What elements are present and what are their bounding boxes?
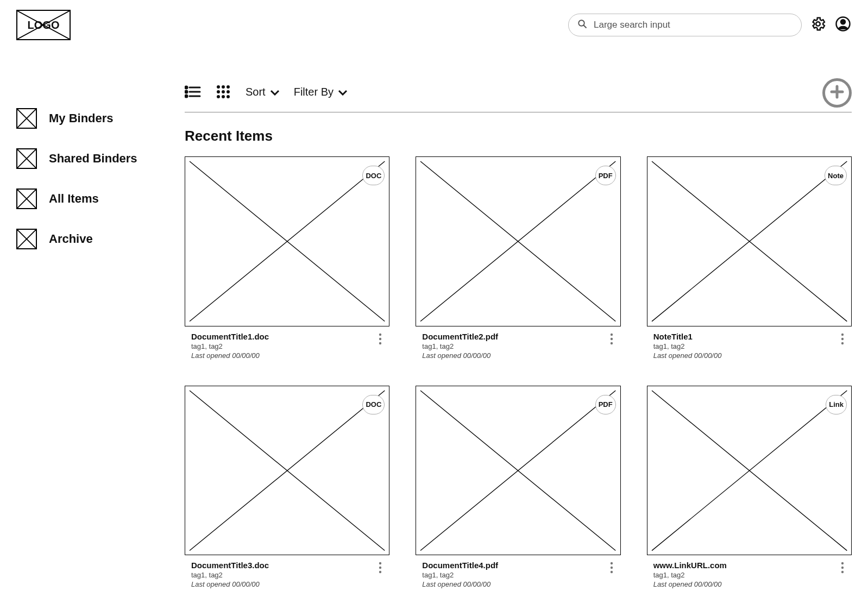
sidebar-item-label: Shared Binders [49,152,137,166]
placeholder-icon [16,188,37,209]
grid-icon [215,85,231,99]
item-menu-button[interactable] [841,561,851,574]
item-title: DocumentTitle1.doc [191,332,374,341]
svg-point-24 [222,90,225,93]
svg-point-59 [841,567,844,569]
kebab-icon [379,562,388,574]
svg-point-54 [610,567,612,569]
placeholder-icon [16,108,37,129]
kebab-icon [841,333,851,345]
kebab-icon [610,562,620,574]
item-card[interactable]: DOC DocumentTitle3.doc tag1, tag2 Last o… [185,386,389,589]
sidebar-item-label: All Items [49,192,99,206]
item-card[interactable]: Link www.LinkURL.com tag1, tag2 Last ope… [647,386,852,589]
sidebar-item-shared-binders[interactable]: Shared Binders [16,148,185,169]
item-tags: tag1, tag2 [191,571,374,579]
svg-point-5 [841,20,845,24]
item-menu-button[interactable] [841,332,851,345]
item-tags: tag1, tag2 [653,571,836,579]
item-last-opened: Last opened 00/00/00 [653,580,836,588]
item-title: www.LinkURL.com [653,561,836,570]
placeholder-icon [16,148,37,169]
add-button[interactable] [822,78,852,108]
kebab-icon [841,562,851,574]
svg-point-49 [379,567,381,569]
filter-label: Filter By [294,86,334,98]
plus-icon [829,84,845,102]
item-title: NoteTitle1 [653,332,836,341]
item-card[interactable]: Note NoteTitle1 tag1, tag2 Last opened 0… [647,156,852,360]
svg-point-23 [217,90,220,93]
svg-point-39 [610,337,612,340]
item-last-opened: Last opened 00/00/00 [191,351,374,360]
svg-point-44 [841,337,844,340]
search-input[interactable] [594,20,792,30]
item-menu-button[interactable] [610,332,620,345]
item-thumbnail[interactable]: Note [647,156,852,326]
svg-point-21 [222,85,225,89]
sort-dropdown[interactable]: Sort [246,86,280,98]
item-card[interactable]: PDF DocumentTitle4.pdf tag1, tag2 Last o… [416,386,620,589]
item-tags: tag1, tag2 [422,342,605,350]
svg-point-34 [379,337,381,340]
sidebar-item-archive[interactable]: Archive [16,229,185,249]
type-badge: Note [825,166,847,185]
type-badge: DOC [362,395,385,414]
type-badge: Link [826,395,847,414]
type-badge: DOC [362,166,385,185]
item-menu-button[interactable] [379,332,388,345]
svg-point-14 [185,86,187,89]
list-icon [185,85,201,99]
item-last-opened: Last opened 00/00/00 [191,580,374,588]
sidebar-item-my-binders[interactable]: My Binders [16,108,185,129]
svg-point-20 [217,85,220,89]
item-tags: tag1, tag2 [191,342,374,350]
item-thumbnail[interactable]: DOC [185,156,389,326]
kebab-icon [610,333,620,345]
svg-point-43 [841,333,844,335]
search-input-container[interactable] [568,14,802,36]
item-thumbnail[interactable]: DOC [185,386,389,556]
item-last-opened: Last opened 00/00/00 [422,351,605,360]
svg-point-27 [222,95,225,98]
svg-point-2 [578,20,584,26]
svg-point-38 [610,333,612,335]
svg-point-53 [610,562,612,564]
svg-point-33 [379,333,381,335]
item-menu-button[interactable] [610,561,620,574]
list-view-button[interactable] [185,85,201,99]
item-menu-button[interactable] [379,561,388,574]
svg-point-16 [185,91,187,93]
svg-point-50 [379,571,381,573]
svg-point-22 [227,85,230,89]
svg-point-26 [217,95,220,98]
chevron-down-icon [338,86,348,98]
svg-point-48 [379,562,381,564]
filter-dropdown[interactable]: Filter By [294,86,348,98]
settings-button[interactable] [809,16,827,34]
sort-label: Sort [246,86,266,98]
user-circle-icon [835,16,851,34]
sidebar-item-label: Archive [49,232,93,246]
placeholder-icon [16,229,37,249]
item-card[interactable]: PDF DocumentTitle2.pdf tag1, tag2 Last o… [416,156,620,360]
item-tags: tag1, tag2 [653,342,836,350]
svg-point-40 [610,342,612,344]
logo[interactable]: LOGO [16,10,71,40]
item-thumbnail[interactable]: PDF [416,386,620,556]
chevron-down-icon [270,86,280,98]
section-title: Recent Items [185,128,852,144]
gear-icon [810,16,826,34]
grid-view-button[interactable] [215,85,231,99]
svg-point-18 [185,95,187,97]
svg-point-60 [841,571,844,573]
item-card[interactable]: DOC DocumentTitle1.doc tag1, tag2 Last o… [185,156,389,360]
item-title: DocumentTitle2.pdf [422,332,605,341]
item-thumbnail[interactable]: PDF [416,156,620,326]
sidebar-item-all-items[interactable]: All Items [16,188,185,209]
search-icon [577,19,587,31]
svg-point-35 [379,342,381,344]
account-button[interactable] [834,16,852,34]
item-title: DocumentTitle3.doc [191,561,374,570]
item-thumbnail[interactable]: Link [647,386,852,556]
